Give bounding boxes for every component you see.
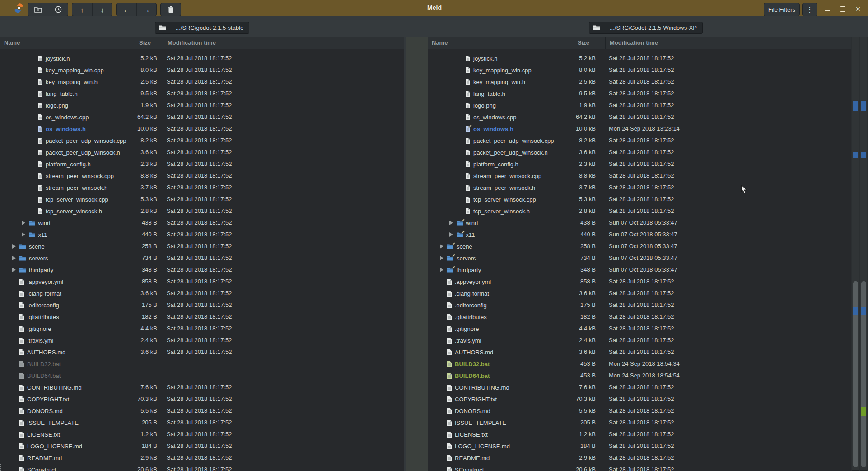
file-row[interactable]: .appveyor.yml858 BSat 28 Jul 2018 18:17:… bbox=[0, 276, 406, 287]
file-row[interactable]: tcp_server_winsock.cpp5.3 kBSat 28 Jul 2… bbox=[0, 193, 406, 205]
file-name[interactable]: README.md bbox=[455, 455, 490, 462]
file-name[interactable]: BUILD32.bat bbox=[27, 361, 61, 367]
copy-right-button[interactable]: → bbox=[136, 3, 156, 16]
file-name[interactable]: COPYRIGHT.txt bbox=[27, 396, 69, 403]
file-name[interactable]: winrt bbox=[38, 220, 51, 226]
file-row[interactable]: logo.png1.9 kBSat 28 Jul 2018 18:17:52 bbox=[0, 99, 406, 111]
delete-button[interactable] bbox=[161, 3, 181, 16]
file-row[interactable]: SConstruct20.6 kBSat 28 Jul 2018 18:17:5… bbox=[428, 464, 851, 471]
file-name[interactable]: stream_peer_winsock.cpp bbox=[46, 173, 114, 179]
expander-icon[interactable] bbox=[12, 256, 16, 260]
file-name[interactable]: .clang-format bbox=[455, 290, 489, 297]
file-row[interactable]: COPYRIGHT.txt70.3 kBSat 28 Jul 2018 18:1… bbox=[428, 393, 851, 405]
diff-marker-modified[interactable] bbox=[861, 307, 866, 315]
diff-marker-modified[interactable] bbox=[853, 101, 858, 111]
file-row[interactable]: winrt438 BSat 28 Jul 2018 18:17:52 bbox=[0, 217, 406, 229]
file-name[interactable]: AUTHORS.md bbox=[27, 349, 65, 356]
file-row[interactable]: CONTRIBUTING.md7.6 kBSat 28 Jul 2018 18:… bbox=[428, 382, 851, 393]
file-row[interactable]: x11440 BSun 07 Oct 2018 05:33:47 bbox=[428, 229, 851, 240]
file-row[interactable]: .clang-format3.6 kBSat 28 Jul 2018 18:17… bbox=[428, 287, 851, 299]
expander-icon[interactable] bbox=[440, 256, 443, 260]
file-row[interactable]: .gitattributes182 BSat 28 Jul 2018 18:17… bbox=[0, 311, 406, 323]
file-row[interactable]: README.md2.9 kBSat 28 Jul 2018 18:17:52 bbox=[428, 452, 851, 464]
file-row[interactable]: .travis.yml2.4 kBSat 28 Jul 2018 18:17:5… bbox=[428, 334, 851, 346]
file-name[interactable]: AUTHORS.md bbox=[455, 349, 493, 356]
file-row[interactable]: x11440 BSat 28 Jul 2018 18:17:52 bbox=[0, 229, 406, 240]
file-row[interactable]: ISSUE_TEMPLATE205 BSat 28 Jul 2018 18:17… bbox=[0, 417, 406, 429]
file-row[interactable]: lang_table.h9.5 kBSat 28 Jul 2018 18:17:… bbox=[0, 88, 406, 99]
file-row[interactable]: stream_peer_winsock.h3.7 kBSat 28 Jul 20… bbox=[0, 182, 406, 193]
file-row[interactable]: SConstruct20.6 kBSat 28 Jul 2018 18:17:5… bbox=[0, 464, 406, 471]
file-name[interactable]: COPYRIGHT.txt bbox=[455, 396, 497, 403]
file-name[interactable]: lang_table.h bbox=[46, 90, 78, 97]
file-name[interactable]: LICENSE.txt bbox=[455, 431, 488, 438]
file-name[interactable]: logo.png bbox=[473, 102, 496, 109]
file-row[interactable]: BUILD32.bat453 BMon 24 Sep 2018 18:54:34 bbox=[428, 358, 851, 370]
column-header-size[interactable]: Size bbox=[139, 39, 151, 46]
file-row[interactable]: thirdparty348 BSun 07 Oct 2018 05:33:47 bbox=[428, 264, 851, 276]
file-row[interactable]: LOGO_LICENSE.md184 BSat 28 Jul 2018 18:1… bbox=[0, 440, 406, 452]
left-pane-scrollbar[interactable] bbox=[404, 37, 406, 471]
file-row[interactable]: .travis.yml2.4 kBSat 28 Jul 2018 18:17:5… bbox=[0, 334, 406, 346]
file-name[interactable]: .editorconfig bbox=[27, 302, 59, 309]
file-row[interactable]: packet_peer_udp_winsock.cpp8.2 kBSat 28 … bbox=[0, 135, 406, 146]
file-row[interactable]: LOGO_LICENSE.md184 BSat 28 Jul 2018 18:1… bbox=[428, 440, 851, 452]
file-row[interactable]: LICENSE.txt1.2 kBSat 28 Jul 2018 18:17:5… bbox=[428, 429, 851, 440]
file-name[interactable]: README.md bbox=[27, 455, 62, 462]
file-row[interactable]: .gitattributes182 BSat 28 Jul 2018 18:17… bbox=[428, 311, 851, 323]
folder-icon[interactable] bbox=[589, 22, 604, 33]
file-row[interactable]: lang_table.h9.5 kBSat 28 Jul 2018 18:17:… bbox=[428, 88, 851, 99]
expander-icon[interactable] bbox=[440, 244, 443, 249]
file-name[interactable]: os_windows.cpp bbox=[473, 114, 516, 121]
previous-change-button[interactable]: ↑ bbox=[72, 3, 92, 16]
file-row[interactable]: os_windows.h10.0 kBMon 24 Sep 2018 13:23… bbox=[428, 123, 851, 135]
file-name[interactable]: joystick.h bbox=[473, 55, 497, 62]
recent-comparisons-button[interactable] bbox=[48, 3, 68, 16]
file-row[interactable]: os_windows.cpp64.2 kBSat 28 Jul 2018 18:… bbox=[0, 111, 406, 123]
file-row[interactable]: winrt438 BSun 07 Oct 2018 05:33:47 bbox=[428, 217, 851, 229]
file-row[interactable]: BUILD64.bat bbox=[0, 370, 406, 382]
left-path-label[interactable]: .../SRC/godot-2.1.5-stable bbox=[170, 24, 249, 31]
next-change-button[interactable]: ↓ bbox=[92, 3, 112, 16]
file-row[interactable]: tcp_server_winsock.cpp5.3 kBSat 28 Jul 2… bbox=[428, 193, 851, 205]
right-path-label[interactable]: .../SRC/Godot-2.1.5-Windows-XP bbox=[604, 24, 702, 31]
file-name[interactable]: packet_peer_udp_winsock.h bbox=[46, 149, 120, 156]
file-row[interactable]: ISSUE_TEMPLATE205 BSat 28 Jul 2018 18:17… bbox=[428, 417, 851, 429]
left-folder-path-button[interactable]: .../SRC/godot-2.1.5-stable bbox=[155, 22, 249, 34]
file-name[interactable]: scene bbox=[29, 243, 45, 250]
file-name[interactable]: .gitattributes bbox=[455, 314, 487, 320]
file-row[interactable]: .editorconfig175 BSat 28 Jul 2018 18:17:… bbox=[0, 299, 406, 311]
file-name[interactable]: LICENSE.txt bbox=[27, 431, 60, 438]
file-name[interactable]: packet_peer_udp_winsock.h bbox=[473, 149, 548, 156]
file-name[interactable]: stream_peer_winsock.cpp bbox=[473, 173, 541, 179]
file-name[interactable]: tcp_server_winsock.h bbox=[46, 208, 102, 215]
file-row[interactable]: key_mapping_win.cpp8.0 kBSat 28 Jul 2018… bbox=[0, 64, 406, 76]
file-row[interactable]: .editorconfig175 BSat 28 Jul 2018 18:17:… bbox=[428, 299, 851, 311]
file-name[interactable]: .travis.yml bbox=[455, 337, 481, 344]
file-name[interactable]: .appveyor.yml bbox=[27, 278, 63, 285]
file-row[interactable]: .gitignore4.4 kBSat 28 Jul 2018 18:17:52 bbox=[0, 323, 406, 334]
file-name[interactable]: key_mapping_win.cpp bbox=[473, 67, 532, 74]
file-row[interactable]: tcp_server_winsock.h2.8 kBSat 28 Jul 201… bbox=[0, 205, 406, 217]
file-name[interactable]: BUILD64.bat bbox=[455, 372, 490, 379]
file-name[interactable]: stream_peer_winsock.h bbox=[46, 184, 107, 191]
file-name[interactable]: LOGO_LICENSE.md bbox=[27, 443, 82, 450]
expander-icon[interactable] bbox=[12, 244, 16, 249]
folder-icon[interactable] bbox=[155, 22, 170, 33]
file-name[interactable]: thirdparty bbox=[457, 267, 481, 273]
file-row[interactable]: joystick.h5.2 kBSat 28 Jul 2018 18:17:52 bbox=[0, 52, 406, 64]
file-row[interactable]: BUILD64.bat453 BMon 24 Sep 2018 18:54:54 bbox=[428, 370, 851, 382]
expander-icon[interactable] bbox=[22, 221, 25, 225]
file-row[interactable]: thirdparty348 BSat 28 Jul 2018 18:17:52 bbox=[0, 264, 406, 276]
file-row[interactable]: AUTHORS.md3.6 kBSat 28 Jul 2018 18:17:52 bbox=[0, 346, 406, 358]
file-name[interactable]: thirdparty bbox=[29, 267, 53, 273]
file-row[interactable]: key_mapping_win.cpp8.0 kBSat 28 Jul 2018… bbox=[428, 64, 851, 76]
file-name[interactable]: key_mapping_win.h bbox=[473, 79, 525, 85]
diff-marker-modified[interactable] bbox=[861, 101, 866, 111]
file-row[interactable]: logo.png1.9 kBSat 28 Jul 2018 18:17:52 bbox=[428, 99, 851, 111]
diff-marker-modified[interactable] bbox=[853, 152, 858, 158]
file-name[interactable]: CONTRIBUTING.md bbox=[455, 384, 509, 391]
file-row[interactable]: .gitignore4.4 kBSat 28 Jul 2018 18:17:52 bbox=[428, 323, 851, 334]
right-folder-path-button[interactable]: .../SRC/Godot-2.1.5-Windows-XP bbox=[589, 22, 703, 34]
file-name[interactable]: lang_table.h bbox=[473, 90, 505, 97]
